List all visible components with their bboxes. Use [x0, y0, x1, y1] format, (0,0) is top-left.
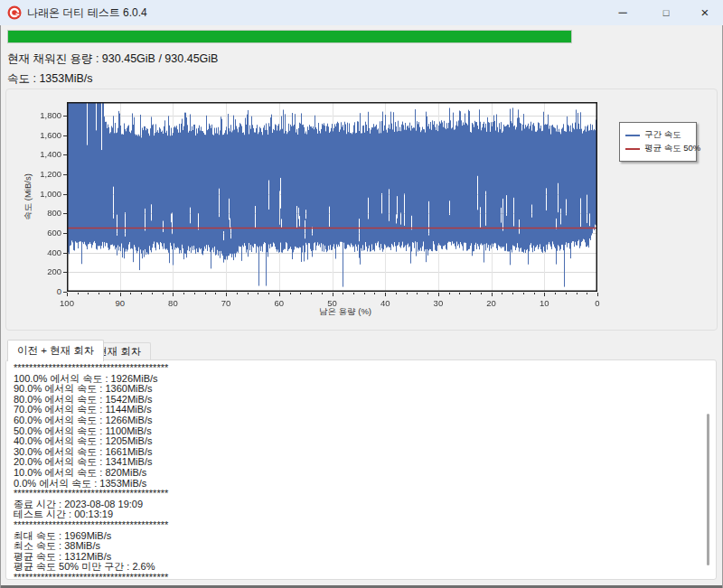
y-tick-label: 1,000 [23, 189, 61, 199]
legend-line-swatch [625, 135, 640, 136]
title-bar[interactable]: 나래온 더티 테스트 6.0.4 ─ □ × [0, 0, 723, 25]
x-tick-mark [470, 293, 471, 294]
x-tick-mark [523, 293, 524, 294]
y-tick-mark [63, 233, 67, 234]
y-tick-mark [63, 154, 67, 155]
x-tick-mark [78, 293, 79, 294]
legend-entry: 구간 속도 [625, 129, 690, 141]
maximize-button[interactable]: □ [645, 0, 687, 25]
x-tick-label: 10 [531, 298, 558, 308]
y-tick-label: 0 [23, 286, 61, 296]
y-tick-mark [63, 253, 67, 254]
x-tick-mark [438, 293, 439, 296]
x-tick-mark [396, 293, 397, 294]
x-tick-mark [152, 293, 153, 294]
x-tick-mark [502, 293, 502, 294]
y-tick-label: 600 [23, 228, 61, 238]
app-window: 나래온 더티 테스트 6.0.4 ─ □ × 현재 채워진 용량 : 930.4… [0, 0, 723, 588]
x-tick-mark [597, 293, 598, 296]
x-tick-mark [427, 293, 428, 294]
x-tick-mark [577, 293, 577, 294]
x-tick-mark [99, 293, 99, 294]
y-tick-label: 1,600 [23, 130, 61, 140]
x-tick-mark [449, 293, 450, 294]
x-tick-label: 80 [159, 298, 186, 308]
y-tick-mark [63, 135, 67, 136]
minimize-button[interactable]: ─ [602, 0, 643, 25]
y-tick-mark [63, 213, 67, 214]
x-tick-mark [109, 293, 110, 294]
y-tick-label: 1,200 [23, 169, 61, 179]
x-tick-mark [300, 293, 301, 294]
x-tick-mark [492, 293, 493, 296]
y-tick-label: 800 [23, 208, 61, 218]
x-tick-mark [173, 293, 174, 296]
legend-entry: 평균 속도 50% [625, 143, 690, 154]
x-tick-label: 0 [584, 298, 611, 308]
fill-progress-bar [7, 30, 572, 43]
x-tick-label: 20 [478, 298, 505, 308]
x-tick-mark [258, 293, 258, 294]
x-tick-mark [555, 293, 556, 294]
speed-status-label: 속도 : 1353MiB/s [7, 71, 92, 87]
x-tick-mark [364, 293, 365, 294]
chart-legend: 구간 속도평균 속도 50% [619, 122, 697, 162]
x-tick-mark [67, 293, 68, 296]
x-tick-mark [130, 293, 131, 294]
x-tick-mark [385, 293, 386, 296]
x-tick-mark [226, 293, 227, 296]
app-logo-icon [7, 5, 22, 20]
x-tick-mark [374, 293, 375, 294]
legend-label: 구간 속도 [644, 129, 681, 141]
y-tick-mark [63, 116, 67, 117]
x-tick-mark [417, 293, 418, 294]
x-tick-mark [120, 293, 121, 296]
x-tick-label: 50 [319, 298, 346, 308]
x-tick-label: 70 [212, 298, 239, 308]
y-tick-mark [63, 272, 67, 273]
result-tabs: 이전 + 현재 회차 현재 회차 [0, 340, 723, 360]
y-tick-mark [63, 174, 67, 175]
x-tick-mark [311, 293, 312, 294]
speed-chart-panel: 속도 (MiB/s) 남은 용량 (%) 구간 속도평균 속도 50% 0200… [5, 89, 718, 331]
close-button[interactable]: × [687, 0, 723, 25]
x-tick-mark [322, 293, 323, 294]
progress-fill [8, 31, 571, 42]
x-tick-mark [353, 293, 354, 294]
y-tick-mark [63, 194, 67, 195]
x-tick-mark [215, 293, 216, 294]
x-tick-mark [88, 293, 89, 294]
legend-line-swatch [625, 148, 640, 150]
x-tick-mark [248, 293, 249, 294]
x-tick-mark [268, 293, 269, 294]
log-output[interactable]: ****************************************… [14, 363, 694, 580]
legend-label: 평균 속도 50% [644, 143, 700, 154]
x-tick-mark [205, 293, 206, 294]
x-tick-label: 100 [53, 298, 80, 308]
x-tick-mark [512, 293, 513, 294]
x-tick-mark [183, 293, 184, 294]
capacity-status-label: 현재 채워진 용량 : 930.45GiB / 930.45GiB [7, 51, 218, 67]
x-tick-mark [481, 293, 482, 294]
y-tick-label: 400 [23, 247, 61, 257]
y-tick-label: 1,400 [23, 149, 61, 159]
tab-previous-plus-current-round[interactable]: 이전 + 현재 회차 [7, 340, 104, 361]
y-tick-label: 200 [23, 266, 61, 276]
x-tick-mark [544, 293, 545, 296]
x-tick-label: 30 [425, 298, 452, 308]
window-title: 나래온 더티 테스트 6.0.4 [27, 0, 147, 25]
x-tick-mark [141, 293, 142, 294]
log-scrollbar-thumb[interactable] [707, 414, 709, 565]
x-tick-mark [333, 293, 333, 296]
x-tick-mark [407, 293, 408, 294]
x-tick-mark [343, 293, 343, 294]
x-tick-label: 90 [107, 298, 134, 308]
x-tick-label: 40 [371, 298, 399, 308]
speed-chart-canvas [67, 102, 597, 292]
x-tick-mark [534, 293, 535, 294]
x-tick-label: 60 [266, 298, 293, 308]
x-tick-mark [459, 293, 460, 294]
x-tick-mark [279, 293, 280, 296]
x-tick-mark [566, 293, 567, 294]
x-tick-mark [194, 293, 195, 294]
